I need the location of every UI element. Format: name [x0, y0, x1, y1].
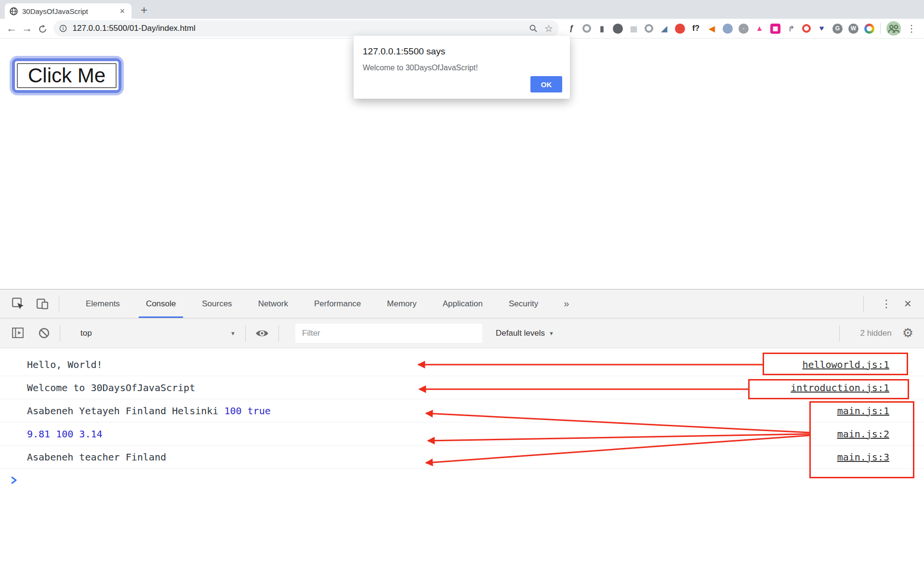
hidden-messages-badge[interactable]: 2 hidden	[860, 328, 891, 338]
extension-heart-search[interactable]: ♥	[817, 24, 827, 34]
alert-title: 127.0.0.1:5500 says	[354, 36, 570, 57]
extension-red-ring[interactable]	[802, 24, 811, 33]
devtools-panel: ElementsConsoleSourcesNetworkPerformance…	[0, 289, 924, 578]
extension-megaphone[interactable]: ◀	[707, 24, 717, 34]
profile-avatar[interactable]	[886, 21, 901, 36]
alert-message: Welcome to 30DaysOfJavaScript!	[354, 57, 570, 72]
chevron-down-icon: ▼	[549, 330, 554, 336]
console-message: Asabeneh Yetayeh Finland Helsinki 100 tr…	[27, 405, 271, 417]
more-tabs-chevron[interactable]: »	[551, 298, 581, 309]
prompt-chevron-icon	[11, 475, 17, 485]
console-sidebar-icon[interactable]	[12, 327, 25, 340]
source-link[interactable]: main.js:3	[837, 451, 889, 463]
extension-red-blob[interactable]	[675, 24, 685, 34]
console-row: Welcome to 30DaysOfJavaScript introducti…	[0, 376, 924, 399]
devtools-tabs: ElementsConsoleSourcesNetworkPerformance…	[73, 289, 551, 318]
extension-eyedropper[interactable]: ◢	[659, 24, 669, 34]
reload-button[interactable]	[35, 19, 50, 38]
extension-bug[interactable]	[613, 24, 623, 34]
source-link[interactable]: helloworld.js:1	[802, 359, 889, 370]
console-row: Asabeneh teacher Finland main.js:3	[0, 446, 924, 469]
forward-button[interactable]: →	[19, 19, 35, 38]
log-levels-dropdown[interactable]: Default levels ▼	[496, 328, 554, 338]
tab-close-icon[interactable]: ×	[118, 6, 127, 16]
browser-window: 30DaysOfJavaScript × + ← → 127.0.0.1:550…	[0, 0, 924, 578]
toolbar-divider	[278, 325, 279, 342]
console-message: Hello, World!	[27, 359, 103, 370]
devtools-tab-sources[interactable]: Sources	[189, 289, 245, 318]
extension-bell-pink[interactable]: ▲	[754, 24, 765, 34]
alert-dialog: 127.0.0.1:5500 says Welcome to 30DaysOfJ…	[354, 36, 570, 99]
console-messages: Hello, World! helloworld.js:1 Welcome to…	[0, 353, 924, 469]
devtools-tab-memory[interactable]: Memory	[374, 289, 429, 318]
browser-tab[interactable]: 30DaysOfJavaScript ×	[5, 3, 132, 19]
site-info-icon[interactable]	[59, 25, 67, 32]
console-message: 9.81 100 3.14	[27, 428, 103, 440]
browser-menu-icon[interactable]: ⋮	[907, 23, 916, 34]
console-toolbar: top ▼ Default levels ▼ 2 hidden ⚙	[0, 318, 924, 348]
source-link[interactable]: main.js:2	[837, 428, 889, 440]
clear-console-icon[interactable]	[38, 327, 50, 339]
filter-input[interactable]	[295, 324, 482, 343]
bookmark-star-icon[interactable]: ☆	[544, 23, 553, 34]
source-link[interactable]: main.js:1	[837, 405, 889, 417]
toolbar-divider	[839, 325, 840, 342]
console-row: 9.81 100 3.14 main.js:2	[0, 422, 924, 446]
devtools-divider	[59, 296, 59, 312]
extension-grid-light[interactable]: ▦	[629, 24, 639, 34]
extension-rainbow-ring[interactable]	[864, 24, 874, 34]
extension-blue-swirl[interactable]	[723, 24, 733, 34]
extension-brackets-circle[interactable]	[645, 24, 653, 33]
extension-corner-arrow[interactable]: ↱	[786, 24, 796, 34]
chevron-down-icon: ▼	[230, 330, 236, 336]
url-text: 127.0.0.1:5500/01-Day/index.html	[73, 24, 529, 33]
inspect-element-icon[interactable]	[12, 297, 25, 310]
extension-w-circle[interactable]: W	[848, 24, 858, 34]
devtools-tab-bar: ElementsConsoleSourcesNetworkPerformance…	[0, 289, 924, 318]
click-me-button[interactable]: Click Me	[17, 63, 117, 88]
context-selector-label: top	[80, 328, 92, 338]
devtools-tab-performance[interactable]: Performance	[301, 289, 374, 318]
address-bar[interactable]: 127.0.0.1:5500/01-Day/index.html ☆	[53, 20, 559, 37]
toolbar-divider	[880, 23, 881, 34]
extension-script-f[interactable]: ƒ	[567, 24, 577, 34]
console-row: Hello, World! helloworld.js:1	[0, 353, 924, 376]
globe-favicon-icon	[10, 7, 18, 15]
toolbar-divider	[245, 325, 246, 342]
console-prompt[interactable]	[0, 469, 924, 492]
devtools-tab-console[interactable]: Console	[133, 289, 189, 318]
extension-f-question[interactable]: f?	[691, 24, 701, 34]
back-button[interactable]: ←	[4, 19, 19, 38]
log-levels-label: Default levels	[496, 328, 545, 338]
devtools-tab-application[interactable]: Application	[430, 289, 496, 318]
devtools-tab-elements[interactable]: Elements	[73, 289, 133, 318]
device-toolbar-icon[interactable]	[36, 297, 49, 310]
console-log: Hello, World! helloworld.js:1 Welcome to…	[0, 348, 924, 492]
devtools-tab-security[interactable]: Security	[496, 289, 551, 318]
alert-ok-button[interactable]: OK	[530, 76, 562, 92]
click-me-focus-ring: Click Me	[10, 56, 124, 95]
extension-dial[interactable]	[582, 24, 591, 33]
devtools-close-icon[interactable]: ×	[904, 296, 911, 311]
new-tab-button[interactable]: +	[137, 3, 151, 17]
extension-magenta-box[interactable]: ▦	[770, 24, 780, 34]
context-selector-dropdown[interactable]: top ▼	[80, 328, 236, 338]
toolbar-divider	[60, 325, 60, 342]
console-message: Asabeneh teacher Finland	[27, 451, 166, 463]
zoom-page-icon[interactable]	[529, 24, 538, 33]
live-expression-eye-icon[interactable]	[255, 328, 269, 338]
devtools-divider	[863, 296, 864, 312]
source-link[interactable]: introduction.js:1	[791, 382, 889, 394]
tab-title: 30DaysOfJavaScript	[22, 7, 118, 15]
extension-columns[interactable]: ▮	[597, 24, 607, 34]
console-message: Welcome to 30DaysOfJavaScript	[27, 382, 195, 394]
extensions-bar: ƒ▮▦◢f?◀◦▲▦↱♥GW	[567, 24, 874, 34]
extension-g-circle[interactable]: G	[832, 24, 843, 34]
devtools-tab-network[interactable]: Network	[245, 289, 301, 318]
settings-gear-icon[interactable]: ⚙	[902, 326, 913, 341]
extension-camera[interactable]: ◦	[739, 24, 749, 34]
tab-strip: 30DaysOfJavaScript × +	[0, 0, 924, 19]
devtools-menu-icon[interactable]: ⋮	[881, 298, 892, 310]
console-row: Asabeneh Yetayeh Finland Helsinki 100 tr…	[0, 399, 924, 422]
